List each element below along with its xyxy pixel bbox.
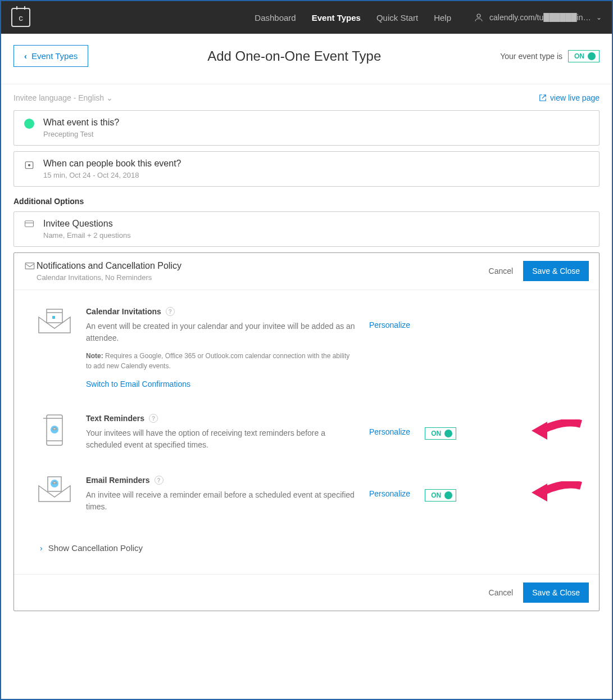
help-icon[interactable]: ? <box>149 414 158 423</box>
section-when-book[interactable]: When can people book this event? 15 min,… <box>13 151 600 187</box>
panel-sub: Calendar Invitations, No Reminders <box>37 273 489 282</box>
switch-email-confirmations-link[interactable]: Switch to Email Confirmations <box>86 380 190 389</box>
chevron-down-icon: ⌄ <box>596 13 602 21</box>
notif-calendar-invitations: Calendar Invitations ? An event will be … <box>37 307 576 389</box>
top-nav: c Dashboard Event Types Quick Start Help… <box>1 1 612 34</box>
toggle-label: ON <box>574 52 584 60</box>
calendly-logo[interactable]: c <box>11 8 30 27</box>
personalize-link[interactable]: Personalize <box>369 320 410 329</box>
user-icon <box>474 12 484 22</box>
section-title: When can people book this event? <box>43 159 181 169</box>
toggle-dot-icon <box>444 430 452 437</box>
envelope-calendar-icon <box>37 307 72 334</box>
nav-quick-start[interactable]: Quick Start <box>376 13 418 22</box>
chevron-down-icon: ⌄ <box>106 93 113 102</box>
view-live-page-link[interactable]: view live page <box>539 93 600 102</box>
show-cancellation-policy[interactable]: › Show Cancellation Policy <box>37 538 576 568</box>
notif-desc: An invitee will receive a reminder email… <box>86 489 356 513</box>
toggle-dot-icon <box>444 491 452 499</box>
external-link-icon <box>539 94 547 102</box>
form-icon <box>24 220 34 228</box>
chevron-right-icon: › <box>40 544 43 553</box>
section-invitee-questions[interactable]: Invitee Questions Name, Email + 2 questi… <box>13 211 600 247</box>
phone-icon <box>43 414 66 446</box>
user-url: calendly.com/tu██████in… <box>489 13 591 22</box>
panel-title: Notifications and Cancellation Policy <box>37 261 489 271</box>
notif-text-reminders: Text Reminders ? Your invitees will have… <box>37 414 576 451</box>
event-color-dot-icon <box>24 119 34 129</box>
back-button[interactable]: ‹ Event Types <box>13 45 88 67</box>
personalize-link[interactable]: Personalize <box>369 427 410 436</box>
back-button-label: Event Types <box>31 51 78 61</box>
annotation-arrow-icon <box>532 481 582 504</box>
notif-desc: An event will be created in your calenda… <box>86 320 356 344</box>
save-close-button[interactable]: Save & Close <box>523 582 589 603</box>
section-sub: Precepting Test <box>43 130 119 138</box>
notif-title: Text Reminders <box>86 414 144 423</box>
live-link-label: view live page <box>550 93 600 102</box>
text-reminders-toggle[interactable]: ON <box>425 427 456 440</box>
notif-note: Note: Requires a Google, Office 365 or O… <box>86 351 356 371</box>
section-title: What event is this? <box>43 118 119 128</box>
notif-title: Calendar Invitations <box>86 307 161 316</box>
language-label: Invitee language - English <box>13 93 104 102</box>
event-type-toggle[interactable]: ON <box>568 50 600 62</box>
svg-point-0 <box>477 14 480 17</box>
envelope-icon <box>24 262 35 270</box>
toggle-label: ON <box>431 491 441 499</box>
chevron-left-icon: ‹ <box>24 51 27 61</box>
svg-point-2 <box>29 164 30 166</box>
show-cancel-label: Show Cancellation Policy <box>48 543 143 553</box>
svg-rect-8 <box>52 316 55 319</box>
section-notifications: Notifications and Cancellation Policy Ca… <box>13 252 600 611</box>
help-icon[interactable]: ? <box>155 476 164 485</box>
section-sub: 15 min, Oct 24 - Oct 24, 2018 <box>43 171 181 179</box>
notif-desc: Your invitees will have the option of re… <box>86 427 356 451</box>
cancel-button[interactable]: Cancel <box>489 588 514 597</box>
invitee-language-select[interactable]: Invitee language - English ⌄ <box>13 93 113 102</box>
status-label: Your event type is <box>500 52 562 61</box>
help-icon[interactable]: ? <box>166 307 175 316</box>
calendar-icon <box>24 160 34 170</box>
notif-title: Email Reminders <box>86 476 150 485</box>
cancel-button[interactable]: Cancel <box>489 267 514 276</box>
envelope-bell-icon <box>37 476 72 503</box>
nav-event-types[interactable]: Event Types <box>312 13 361 22</box>
section-what-event[interactable]: What event is this? Precepting Test <box>13 110 600 146</box>
notif-email-reminders: Email Reminders ? An invitee will receiv… <box>37 476 576 513</box>
svg-marker-13 <box>532 422 547 440</box>
toggle-dot-icon <box>588 52 596 60</box>
save-close-button[interactable]: Save & Close <box>523 261 589 281</box>
nav-help[interactable]: Help <box>434 13 451 22</box>
section-sub: Name, Email + 2 questions <box>43 231 131 240</box>
email-reminders-toggle[interactable]: ON <box>425 489 456 502</box>
additional-options-label: Additional Options <box>13 197 600 206</box>
toggle-label: ON <box>431 430 441 437</box>
annotation-arrow-icon <box>532 419 582 442</box>
user-menu[interactable]: calendly.com/tu██████in… ⌄ <box>474 12 602 22</box>
personalize-link[interactable]: Personalize <box>369 489 410 498</box>
nav-dashboard[interactable]: Dashboard <box>255 13 296 22</box>
svg-marker-16 <box>532 484 547 502</box>
page-title: Add One-on-One Event Type <box>88 48 500 64</box>
svg-rect-3 <box>25 221 34 227</box>
section-title: Invitee Questions <box>43 219 131 229</box>
svg-rect-5 <box>25 263 34 269</box>
page-header: ‹ Event Types Add One-on-One Event Type … <box>1 34 612 84</box>
